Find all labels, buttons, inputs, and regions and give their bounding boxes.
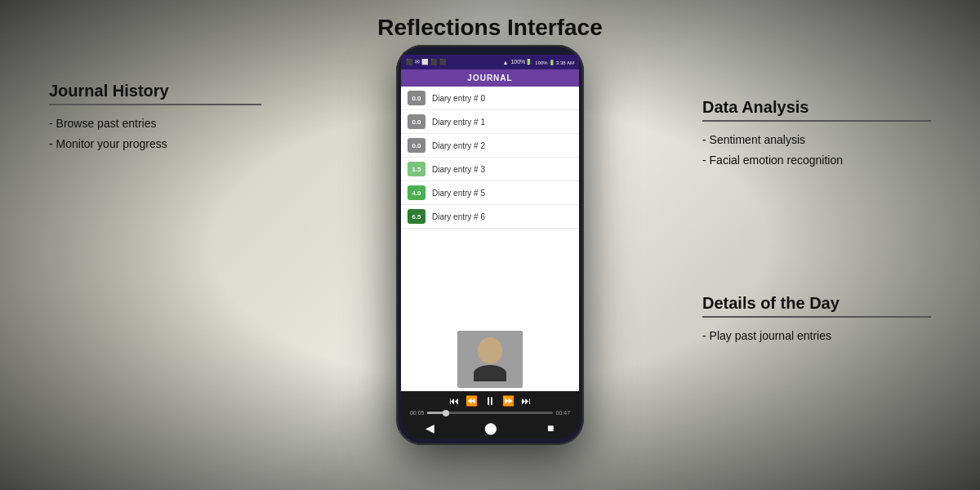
score-badge: 0.0 [408, 91, 425, 105]
details-item-1: - Play past journal entries [702, 326, 931, 346]
entry-label: Diary entry # 3 [432, 165, 485, 174]
left-item-1: - Browse past entries [49, 114, 261, 134]
entry-label: Diary entry # 2 [432, 141, 485, 150]
entry-label: Diary entry # 1 [432, 118, 485, 127]
page-title: Reflections Interface [377, 15, 602, 41]
score-badge: 6.5 [408, 209, 425, 224]
recents-button[interactable]: ■ [547, 421, 554, 434]
time-start: 00:05 [410, 410, 425, 416]
skip-back-button[interactable]: ⏮ [449, 395, 459, 407]
journal-item[interactable]: 1.5Diary entry # 3 [401, 158, 579, 181]
journal-item[interactable]: 6.5Diary entry # 6 [401, 205, 579, 229]
right-panel-data-analysis: Data Analysis - Sentiment analysis - Fac… [702, 98, 931, 171]
wifi-icon: ▲ [502, 60, 508, 65]
right-panel-details: Details of the Day - Play past journal e… [702, 294, 931, 346]
journal-item[interactable]: 0.0Diary entry # 0 [401, 87, 579, 110]
transport-controls: ⏮ ⏪ ⏸ ⏩ ⏭ [449, 394, 531, 408]
phone-frame: ⬛ ✉ ⬜ ⬛ ⬛ ▲ 100%🔋 100% 🔋 3:38 AM JOURNAL… [396, 45, 584, 445]
left-item-2: - Monitor your progress [49, 134, 261, 154]
details-title: Details of the Day [702, 294, 931, 318]
face-body [474, 365, 506, 381]
status-bar: ⬛ ✉ ⬜ ⬛ ⬛ ▲ 100%🔋 100% 🔋 3:38 AM [401, 55, 579, 69]
details-items: - Play past journal entries [702, 326, 931, 346]
rewind-button[interactable]: ⏪ [466, 395, 478, 407]
battery-icon: 100%🔋 [510, 59, 532, 65]
score-badge: 0.0 [408, 138, 425, 153]
notification-icons: ⬛ ✉ ⬜ ⬛ ⬛ [406, 59, 447, 65]
progress-handle[interactable] [443, 410, 449, 416]
time-display: 100% 🔋 3:38 AM [535, 60, 574, 65]
data-item-1: - Sentiment analysis [702, 130, 931, 150]
media-controls: ⏮ ⏪ ⏸ ⏩ ⏭ 00:05 00:47 [401, 391, 579, 417]
data-analysis-items: - Sentiment analysis - Facial emotion re… [702, 130, 931, 171]
fast-forward-button[interactable]: ⏩ [502, 395, 514, 407]
home-button[interactable]: ⬤ [484, 421, 497, 434]
system-nav: ◀ ⬤ ■ [401, 417, 579, 439]
video-thumbnail [457, 331, 523, 388]
journal-item[interactable]: 0.0Diary entry # 1 [401, 110, 579, 134]
left-panel-title: Journal History [49, 82, 261, 105]
left-panel: Journal History - Browse past entries - … [49, 82, 261, 154]
app-header: JOURNAL [401, 69, 579, 87]
skip-forward-button[interactable]: ⏭ [521, 395, 531, 407]
pause-button[interactable]: ⏸ [484, 394, 496, 408]
video-area [401, 326, 579, 391]
status-right: ▲ 100%🔋 100% 🔋 3:38 AM [502, 59, 574, 65]
entry-label: Diary entry # 5 [432, 189, 485, 198]
score-badge: 0.0 [408, 114, 425, 129]
journal-list: 0.0Diary entry # 00.0Diary entry # 10.0D… [401, 87, 579, 326]
face-head [478, 337, 502, 363]
face-silhouette [457, 331, 523, 388]
entry-label: Diary entry # 0 [432, 94, 485, 103]
entry-label: Diary entry # 6 [432, 212, 485, 221]
score-badge: 1.5 [408, 162, 425, 176]
progress-track[interactable] [427, 412, 552, 414]
back-button[interactable]: ◀ [425, 421, 434, 434]
status-left-icons: ⬛ ✉ ⬜ ⬛ ⬛ [406, 59, 447, 65]
left-panel-items: - Browse past entries - Monitor your pro… [49, 114, 261, 154]
data-item-2: - Facial emotion recognition [702, 150, 931, 171]
data-analysis-title: Data Analysis [702, 98, 931, 122]
time-end: 00:47 [556, 410, 571, 416]
progress-bar-area: 00:05 00:47 [410, 410, 570, 416]
journal-item[interactable]: 4.0Diary entry # 5 [401, 181, 579, 205]
score-badge: 4.0 [408, 185, 425, 200]
journal-item[interactable]: 0.0Diary entry # 2 [401, 134, 579, 158]
